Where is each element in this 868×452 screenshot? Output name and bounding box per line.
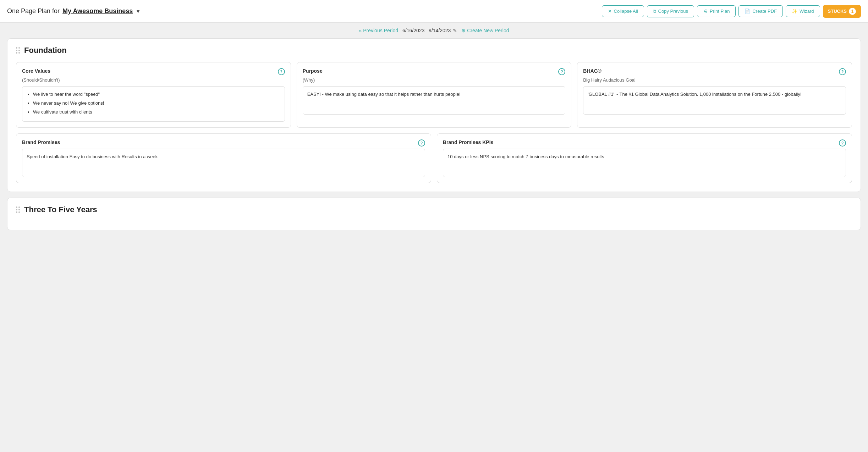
core-values-header: Core Values ? — [22, 68, 285, 75]
core-values-card: Core Values ? (Should/Shouldn't) We live… — [16, 62, 291, 128]
header-title-static: One Page Plan for — [7, 7, 60, 15]
core-values-help-icon[interactable]: ? — [278, 68, 285, 75]
print-icon: 🖨 — [703, 9, 708, 14]
purpose-title: Purpose — [303, 68, 323, 74]
core-value-item-1: We live to hear the word "speed" — [33, 91, 280, 98]
purpose-subtitle: (Why) — [303, 77, 566, 83]
bhag-header: BHAG® ? — [583, 68, 846, 75]
copy-previous-button[interactable]: ⧉ Copy Previous — [647, 5, 694, 17]
dropdown-icon[interactable]: ▼ — [136, 9, 141, 14]
brand-promises-header: Brand Promises ? — [22, 139, 425, 147]
bhag-help-icon[interactable]: ? — [839, 68, 846, 75]
previous-period-link[interactable]: « Previous Period — [359, 28, 399, 33]
bhag-title: BHAG® — [583, 68, 601, 74]
core-value-item-2: We never say no! We give options! — [33, 100, 280, 107]
collapse-all-button[interactable]: ✕ Collapse All — [602, 5, 644, 17]
stucks-button[interactable]: STUCKS 1 — [823, 5, 861, 18]
brand-promises-kpis-card: Brand Promises KPIs ? 10 days or less NP… — [437, 133, 852, 183]
foundation-top-cards: Core Values ? (Should/Shouldn't) We live… — [16, 62, 852, 128]
three-to-five-title: Three To Five Years — [24, 205, 97, 214]
purpose-card: Purpose ? (Why) EASY! - We make using da… — [297, 62, 572, 128]
header-actions: ✕ Collapse All ⧉ Copy Previous 🖨 Print P… — [602, 5, 861, 18]
period-range: 6/16/2023– 9/14/2023 ✎ — [402, 28, 457, 33]
collapse-icon: ✕ — [608, 9, 612, 14]
core-values-title: Core Values — [22, 68, 50, 74]
purpose-header: Purpose ? — [303, 68, 566, 75]
brand-promises-kpis-header: Brand Promises KPIs ? — [443, 139, 846, 147]
foundation-section-header: Foundation — [16, 46, 852, 55]
purpose-help-icon[interactable]: ? — [558, 68, 565, 75]
wizard-icon: ✨ — [792, 9, 797, 14]
foundation-drag-handle[interactable] — [16, 47, 20, 54]
core-values-body[interactable]: We live to hear the word "speed" We neve… — [22, 86, 285, 122]
print-plan-button[interactable]: 🖨 Print Plan — [697, 5, 736, 17]
copy-icon: ⧉ — [653, 9, 656, 14]
three-to-five-header: Three To Five Years — [16, 205, 852, 214]
three-to-five-section: Three To Five Years — [7, 198, 861, 230]
create-pdf-button[interactable]: 📄 Create PDF — [738, 5, 783, 17]
create-new-period-link[interactable]: ⊕ Create New Period — [461, 28, 509, 33]
period-nav: « Previous Period 6/16/2023– 9/14/2023 ✎… — [0, 23, 868, 38]
main-content: Foundation Core Values ? (Should/Shouldn… — [0, 38, 868, 243]
foundation-section: Foundation Core Values ? (Should/Shouldn… — [7, 38, 861, 192]
wizard-button[interactable]: ✨ Wizard — [786, 5, 820, 17]
brand-promises-help-icon[interactable]: ? — [418, 139, 425, 147]
date-range-text: 6/16/2023– 9/14/2023 — [402, 28, 451, 33]
brand-promises-kpis-help-icon[interactable]: ? — [839, 139, 846, 147]
core-values-subtitle: (Should/Shouldn't) — [22, 77, 285, 83]
app-header: One Page Plan for My Awesome Business ▼ … — [0, 0, 868, 23]
business-name[interactable]: My Awesome Business — [62, 7, 133, 15]
brand-promises-card: Brand Promises ? Speed of installation E… — [16, 133, 431, 183]
three-to-five-drag-handle[interactable] — [16, 206, 20, 213]
edit-period-icon[interactable]: ✎ — [453, 28, 457, 33]
brand-promises-kpis-body[interactable]: 10 days or less NPS scoring to match 7 b… — [443, 149, 846, 177]
purpose-body[interactable]: EASY! - We make using data easy so that … — [303, 86, 566, 115]
bhag-body[interactable]: 'GLOBAL #1' ~ The #1 Global Data Analyti… — [583, 86, 846, 115]
core-value-item-3: We cultivate trust with clients — [33, 109, 280, 116]
header-left: One Page Plan for My Awesome Business ▼ — [7, 7, 602, 15]
bhag-card: BHAG® ? Big Hairy Audacious Goal 'GLOBAL… — [577, 62, 852, 128]
foundation-bottom-cards: Brand Promises ? Speed of installation E… — [16, 133, 852, 183]
foundation-title: Foundation — [24, 46, 67, 55]
stucks-badge: 1 — [849, 8, 856, 15]
pdf-icon: 📄 — [745, 9, 750, 14]
brand-promises-title: Brand Promises — [22, 139, 60, 145]
brand-promises-body[interactable]: Speed of installation Easy to do busines… — [22, 149, 425, 177]
bhag-subtitle: Big Hairy Audacious Goal — [583, 77, 846, 83]
brand-promises-kpis-title: Brand Promises KPIs — [443, 139, 493, 145]
